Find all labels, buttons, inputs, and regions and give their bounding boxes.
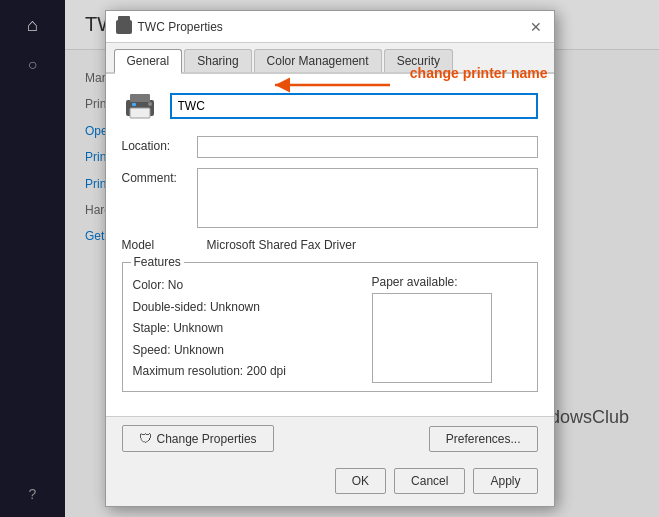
features-box: Features Color: No Double-sided: Unknown…	[122, 262, 538, 392]
printer-name-row: change printer name	[122, 90, 538, 122]
paper-list[interactable]	[372, 293, 492, 383]
dialog-footer: 🛡 Change Properties Preferences...	[106, 416, 554, 460]
tab-color-management[interactable]: Color Management	[254, 49, 382, 72]
ok-cancel-area: OK Cancel Apply	[106, 460, 554, 506]
apply-button[interactable]: Apply	[473, 468, 537, 494]
close-button[interactable]: ✕	[526, 17, 546, 37]
printer-icon-small	[116, 20, 132, 34]
properties-dialog: TWC Properties ✕ General Sharing Color M…	[105, 10, 555, 507]
svg-rect-4	[148, 102, 152, 106]
shield-icon: 🛡	[139, 431, 152, 446]
ok-button[interactable]: OK	[335, 468, 386, 494]
footer-right-buttons: Preferences...	[429, 426, 538, 452]
features-content: Color: No Double-sided: Unknown Staple: …	[133, 275, 527, 383]
location-row: Location:	[122, 136, 538, 158]
printer-name-input[interactable]	[170, 93, 538, 119]
location-input[interactable]	[197, 136, 538, 158]
svg-rect-2	[130, 108, 150, 118]
features-title: Features	[131, 255, 184, 269]
dialog-title-text: TWC Properties	[138, 20, 223, 34]
dialog-title-area: TWC Properties	[116, 20, 223, 34]
cancel-button[interactable]: Cancel	[394, 468, 465, 494]
dialog-titlebar: TWC Properties ✕	[106, 11, 554, 43]
feature-color: Color: No	[133, 275, 362, 297]
feature-staple: Staple: Unknown	[133, 318, 362, 340]
dialog-overlay: TWC Properties ✕ General Sharing Color M…	[0, 0, 659, 517]
svg-rect-1	[130, 94, 150, 102]
paper-label: Paper available:	[372, 275, 527, 289]
feature-double-sided: Double-sided: Unknown	[133, 297, 362, 319]
printer-name-wrapper: change printer name	[170, 93, 538, 119]
location-label: Location:	[122, 136, 197, 153]
comment-label: Comment:	[122, 168, 197, 185]
model-value: Microsoft Shared Fax Driver	[207, 238, 356, 252]
svg-rect-3	[132, 103, 136, 106]
tab-sharing[interactable]: Sharing	[184, 49, 251, 72]
printer-icon-large	[122, 90, 158, 122]
comment-textarea[interactable]	[197, 168, 538, 228]
annotation-area: change printer name	[410, 65, 548, 81]
feature-speed: Speed: Unknown	[133, 340, 362, 362]
annotation-text: change printer name	[410, 65, 548, 81]
model-row: Model Microsoft Shared Fax Driver	[122, 238, 538, 252]
annotation-arrow	[265, 75, 395, 95]
tab-general[interactable]: General	[114, 49, 183, 74]
feature-max-res: Maximum resolution: 200 dpi	[133, 361, 362, 383]
model-label: Model	[122, 238, 197, 252]
features-right: Paper available:	[372, 275, 527, 383]
change-properties-button[interactable]: 🛡 Change Properties	[122, 425, 274, 452]
preferences-button[interactable]: Preferences...	[429, 426, 538, 452]
comment-row: Comment:	[122, 168, 538, 228]
dialog-body: change printer name	[106, 74, 554, 416]
features-left: Color: No Double-sided: Unknown Staple: …	[133, 275, 362, 383]
